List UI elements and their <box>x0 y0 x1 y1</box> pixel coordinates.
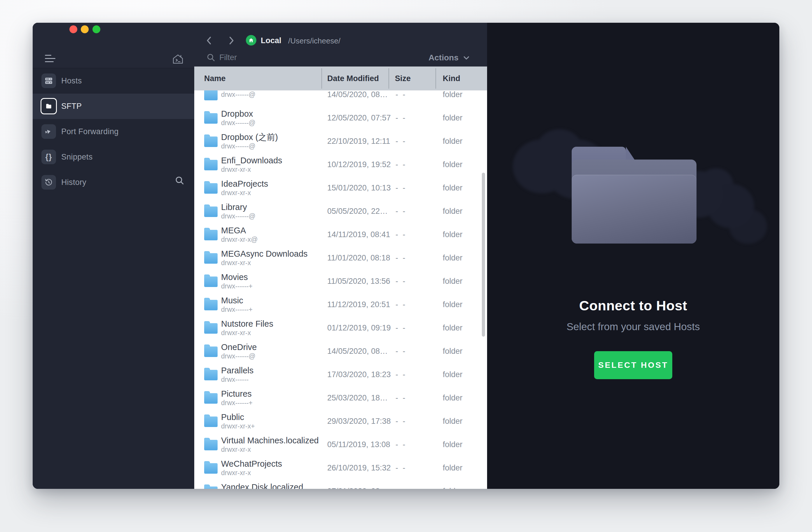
file-size: - - <box>395 363 406 386</box>
table-row[interactable]: Music drwx------+ 11/12/2019, 20:51 - - … <box>194 293 487 316</box>
file-size: - - <box>395 176 406 200</box>
file-size: - - <box>395 153 406 176</box>
sidebar-menu: Hosts SFTP <box>33 68 194 195</box>
table-row[interactable]: Library drwx------@ 05/05/2020, 22… - - … <box>194 200 487 223</box>
back-icon[interactable] <box>205 35 214 45</box>
sidebar-item-sftp[interactable]: SFTP <box>33 94 194 119</box>
local-terminal-home-icon[interactable] <box>172 53 184 65</box>
sidebar-item-port-forwarding[interactable]: Port Forwarding <box>33 119 194 144</box>
sidebar-item-snippets[interactable]: {} Snippets <box>33 144 194 170</box>
file-date-modified: 01/12/2019, 09:19 <box>327 316 391 340</box>
folder-icon <box>204 463 218 474</box>
file-date-modified: 11/01/2020, 08:18 <box>327 246 390 270</box>
folder-icon <box>204 417 218 427</box>
table-row[interactable]: MEGAsync Downloads drwxr-xr-x 11/01/2020… <box>194 246 487 270</box>
table-header: Name Date Modified Size Kind <box>194 67 487 91</box>
table-row[interactable]: Dropbox (之前) drwx------@ 22/10/2019, 12:… <box>194 129 487 153</box>
table-row[interactable]: drwx------@ 14/05/2020, 08… - - folder <box>194 90 487 106</box>
file-permissions: drwxr-xr-x <box>221 469 282 477</box>
folder-icon <box>204 113 218 124</box>
table-row[interactable]: OneDrive drwx------@ 14/05/2020, 08… - -… <box>194 340 487 363</box>
table-row[interactable]: Yandex.Disk.localized drwxr-xr-x 07/01/2… <box>194 479 487 489</box>
table-row[interactable]: IdeaProjects drwxr-xr-x 15/01/2020, 10:1… <box>194 176 487 200</box>
column-header-kind[interactable]: Kind <box>443 67 460 90</box>
folder-icon <box>204 440 218 450</box>
file-size: - - <box>395 386 406 409</box>
history-clock-icon <box>41 175 56 190</box>
table-row[interactable]: Pictures drwx------+ 25/03/2020, 18… - -… <box>194 386 487 409</box>
table-row[interactable]: Public drwxr-xr-x+ 29/03/2020, 17:38 - -… <box>194 409 487 433</box>
file-name: Virtual Machines.localized <box>221 435 319 445</box>
file-kind: folder <box>443 409 463 433</box>
file-date-modified: 10/12/2019, 19:52 <box>327 153 391 176</box>
folder-icon <box>204 206 218 217</box>
file-size: - - <box>395 409 406 433</box>
file-date-modified: 26/10/2019, 15:32 <box>327 456 391 479</box>
file-kind: folder <box>443 200 463 223</box>
file-date-modified: 25/03/2020, 18… <box>327 386 388 409</box>
file-kind: folder <box>443 90 463 106</box>
file-date-modified: 11/12/2019, 20:51 <box>327 293 390 316</box>
file-name: Enfi_Downloads <box>221 156 282 166</box>
connect-panel: Connect to Host Select from your saved H… <box>487 23 779 489</box>
sidebar-item-label: SFTP <box>61 94 82 119</box>
file-date-modified: 11/05/2020, 13:56 <box>327 270 390 293</box>
select-host-button[interactable]: SELECT HOST <box>594 351 672 379</box>
file-name: Library <box>221 202 256 212</box>
file-kind: folder <box>443 386 463 409</box>
table-row[interactable]: Nutstore Files drwxr-xr-x 01/12/2019, 09… <box>194 316 487 340</box>
table-row[interactable]: Enfi_Downloads drwxr-xr-x 10/12/2019, 19… <box>194 153 487 176</box>
file-permissions: drwx------@ <box>221 119 256 127</box>
file-size: - - <box>395 456 406 479</box>
table-row[interactable]: WeChatProjects drwxr-xr-x 26/10/2019, 15… <box>194 456 487 479</box>
sidebar-item-history[interactable]: History <box>33 170 194 195</box>
column-header-date-modified[interactable]: Date Modified <box>327 67 379 90</box>
file-name: OneDrive <box>221 342 257 352</box>
file-size: - - <box>395 479 406 489</box>
file-date-modified: 05/11/2019, 13:08 <box>327 433 390 456</box>
breadcrumb-path: /Users/icheese/ <box>288 37 340 45</box>
file-size: - - <box>395 293 406 316</box>
file-browser-panel: Local /Users/icheese/ Actions <box>194 23 487 489</box>
file-kind: folder <box>443 433 463 456</box>
breadcrumb-location[interactable]: Local <box>261 36 281 45</box>
zoom-button[interactable] <box>92 25 100 33</box>
local-home-icon[interactable] <box>246 35 256 45</box>
file-size: - - <box>395 90 406 106</box>
file-kind: folder <box>443 223 463 246</box>
file-kind: folder <box>443 106 463 129</box>
close-button[interactable] <box>69 25 77 33</box>
sidebar-item-label: Snippets <box>61 144 92 170</box>
sidebar-header <box>33 23 194 68</box>
sidebar-item-hosts[interactable]: Hosts <box>33 68 194 94</box>
scrollbar-thumb[interactable] <box>482 173 485 336</box>
table-row[interactable]: Parallels drwx------ 17/03/2020, 18:23 -… <box>194 363 487 386</box>
sidebar-search-icon[interactable] <box>174 175 186 186</box>
table-row[interactable]: Dropbox drwx------@ 12/05/2020, 07:57 - … <box>194 106 487 129</box>
file-browser-header: Local /Users/icheese/ Actions <box>194 23 487 67</box>
forward-icon[interactable] <box>227 35 236 45</box>
chevron-down-icon <box>463 54 470 61</box>
filter-input[interactable] <box>219 51 383 64</box>
table-row[interactable]: Virtual Machines.localized drwxr-xr-x 05… <box>194 433 487 456</box>
file-permissions: drwx------ <box>221 375 253 384</box>
connect-title: Connect to Host <box>487 298 779 314</box>
table-row[interactable]: MEGA drwxr-xr-x@ 14/11/2019, 08:41 - - f… <box>194 223 487 246</box>
actions-label: Actions <box>429 53 459 62</box>
filter-bar: Actions <box>194 50 487 67</box>
actions-dropdown[interactable]: Actions <box>429 51 470 64</box>
file-name: Dropbox (之前) <box>221 132 278 142</box>
file-size: - - <box>395 223 406 246</box>
file-name: Movies <box>221 272 252 282</box>
file-kind: folder <box>443 340 463 363</box>
folder-icon <box>204 276 218 287</box>
file-name: Pictures <box>221 389 252 399</box>
file-permissions: drwxr-xr-x+ <box>221 422 255 430</box>
file-size: - - <box>395 129 406 153</box>
minimize-button[interactable] <box>81 25 89 33</box>
column-header-name[interactable]: Name <box>204 67 226 90</box>
table-row[interactable]: Movies drwx------+ 11/05/2020, 13:56 - -… <box>194 270 487 293</box>
menu-icon[interactable] <box>45 54 55 63</box>
file-size: - - <box>395 200 406 223</box>
column-header-size[interactable]: Size <box>395 67 411 90</box>
